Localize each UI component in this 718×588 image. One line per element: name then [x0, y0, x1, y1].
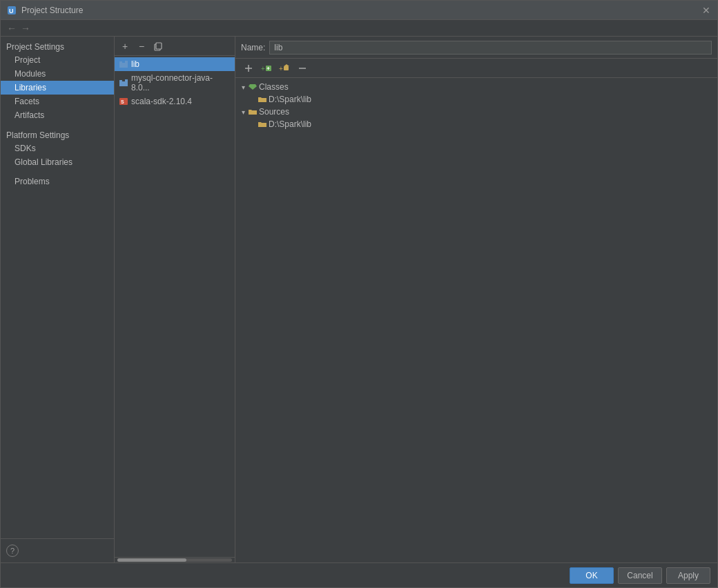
svg-marker-20: [284, 64, 289, 66]
classes-chevron[interactable]: ▾: [238, 82, 248, 92]
svg-rect-19: [284, 66, 289, 70]
library-list: lib mysql-connector-java-8.0...: [115, 56, 235, 557]
app-icon: U: [6, 5, 17, 16]
sidebar-item-modules[interactable]: Modules: [1, 67, 114, 81]
classes-path-label: D:\Spark\lib: [269, 95, 311, 104]
remove-path-button[interactable]: [295, 61, 310, 76]
name-input[interactable]: [269, 41, 712, 55]
svg-text:U: U: [9, 8, 14, 14]
sources-path-label: D:\Spark\lib: [269, 119, 311, 129]
forward-button[interactable]: →: [19, 21, 32, 35]
classes-path-item[interactable]: D:\Spark\lib: [255, 93, 717, 106]
add-sources-icon: +: [279, 63, 290, 73]
sidebar-item-project[interactable]: Project: [1, 53, 114, 67]
back-button[interactable]: ←: [5, 21, 19, 35]
folder-icon: [258, 119, 267, 129]
add-path-button[interactable]: [241, 61, 256, 76]
library-item-lib[interactable]: lib: [115, 57, 235, 71]
ok-button[interactable]: OK: [570, 567, 614, 584]
sidebar-bottom: ?: [1, 538, 114, 562]
name-row: Name:: [235, 37, 717, 59]
svg-rect-6: [125, 61, 128, 68]
scala-icon: S: [119, 97, 128, 106]
svg-rect-7: [119, 80, 122, 86]
add-sources-button[interactable]: +: [277, 61, 292, 76]
help-button[interactable]: ?: [6, 545, 19, 557]
svg-rect-3: [156, 43, 162, 49]
sidebar-item-libraries[interactable]: Libraries: [1, 81, 114, 95]
scrollbar-thumb: [117, 558, 186, 562]
detail-toolbar: + +: [235, 59, 717, 78]
library-item-mysql[interactable]: mysql-connector-java-8.0...: [115, 71, 235, 95]
classes-icon: [248, 82, 258, 92]
remove-library-button[interactable]: −: [134, 39, 149, 54]
add-icon: [244, 63, 253, 73]
library-item-label: mysql-connector-java-8.0...: [131, 73, 231, 92]
svg-rect-4: [119, 61, 122, 68]
add-library-button[interactable]: +: [117, 39, 133, 54]
sidebar: Project Settings Project Modules Librari…: [1, 37, 115, 562]
svg-rect-9: [125, 79, 128, 86]
classes-row[interactable]: ▾ Classes: [235, 81, 717, 93]
apply-button[interactable]: Apply: [666, 567, 710, 584]
svg-text:S: S: [121, 99, 124, 104]
add-classes-icon: +: [261, 63, 272, 73]
main-content: Project Settings Project Modules Librari…: [1, 37, 717, 562]
library-icon: [119, 78, 128, 88]
name-label: Name:: [241, 43, 265, 52]
bottom-bar: OK Cancel Apply: [1, 562, 717, 587]
sources-path-item[interactable]: D:\Spark\lib: [255, 118, 717, 130]
nav-bar: ← →: [1, 20, 717, 37]
platform-settings-header[interactable]: Platform Settings: [1, 128, 114, 141]
scrollbar-track: [117, 558, 232, 562]
svg-text:+: +: [261, 65, 265, 72]
sources-path-row: D:\Spark\lib: [235, 118, 717, 130]
sidebar-item-sdks[interactable]: SDKs: [1, 141, 114, 155]
copy-library-button[interactable]: [151, 39, 166, 54]
sidebar-item-problems[interactable]: Problems: [1, 175, 114, 188]
library-item-scala[interactable]: S scala-sdk-2.10.4: [115, 95, 235, 108]
project-settings-header[interactable]: Project Settings: [1, 39, 114, 53]
svg-rect-8: [122, 81, 125, 86]
folder-icon: [258, 95, 267, 104]
classes-path-row: D:\Spark\lib: [235, 93, 717, 106]
library-list-panel: + −: [115, 37, 235, 562]
cancel-button[interactable]: Cancel: [618, 567, 662, 584]
library-item-label: lib: [131, 59, 139, 69]
library-icon: [119, 59, 128, 69]
sources-chevron[interactable]: ▾: [238, 107, 248, 117]
library-scrollbar[interactable]: [115, 557, 235, 562]
window-title: Project Structure: [21, 6, 701, 15]
sources-icon: [248, 107, 258, 117]
sidebar-item-artifacts[interactable]: Artifacts: [1, 108, 114, 122]
svg-text:+: +: [279, 65, 283, 72]
library-item-label: scala-sdk-2.10.4: [131, 97, 192, 106]
sources-label: Sources: [259, 107, 289, 117]
svg-marker-22: [249, 84, 257, 90]
detail-panel: Name: +: [235, 37, 717, 562]
library-toolbar: + −: [115, 37, 235, 56]
copy-icon: [153, 41, 163, 51]
sources-row[interactable]: ▾ Sources: [235, 106, 717, 118]
title-bar: U Project Structure ✕: [1, 1, 717, 20]
sidebar-item-global-libraries[interactable]: Global Libraries: [1, 155, 114, 169]
remove-icon: [298, 63, 307, 73]
library-tree: ▾ Classes D:\: [235, 78, 717, 562]
classes-label: Classes: [259, 82, 289, 92]
sidebar-item-facets[interactable]: Facets: [1, 95, 114, 108]
project-structure-dialog: U Project Structure ✕ ← → Project Settin…: [0, 0, 718, 588]
add-classes-button[interactable]: +: [259, 61, 274, 76]
svg-rect-5: [122, 63, 125, 68]
close-button[interactable]: ✕: [701, 5, 712, 16]
